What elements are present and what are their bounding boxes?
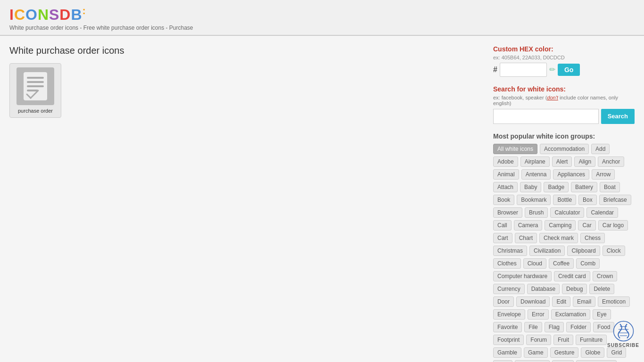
tag-item[interactable]: Door xyxy=(493,296,514,307)
tag-item[interactable]: Emoticon xyxy=(598,296,630,307)
tag-item[interactable]: Exclamation xyxy=(551,309,590,320)
search-section: Search for white icons: ex: facebook, sp… xyxy=(493,85,635,124)
tag-item[interactable]: Hand xyxy=(552,360,574,362)
tag-item[interactable]: Error xyxy=(528,309,549,320)
tag-item[interactable]: Box xyxy=(578,195,597,205)
hex-color-section: Custom HEX color: ex: 405B64, 22A033, D0… xyxy=(493,45,635,77)
tag-item[interactable]: Brush xyxy=(525,207,548,218)
tag-item[interactable]: Car xyxy=(578,220,595,230)
tag-item[interactable]: Halloween xyxy=(515,360,550,362)
tag-item[interactable]: Browser xyxy=(493,207,522,218)
main-layout: White purchase order icons xyxy=(0,36,644,362)
tag-item[interactable]: Game xyxy=(524,347,548,358)
tag-item[interactable]: Clipboard xyxy=(567,246,600,256)
tag-item[interactable]: Crown xyxy=(593,271,618,281)
logo[interactable]: ICONSDB: xyxy=(9,5,635,24)
tag-item[interactable]: Furniture xyxy=(576,335,607,345)
tag-item[interactable]: Book xyxy=(493,195,514,205)
purchase-order-svg xyxy=(21,70,50,103)
tag-item[interactable]: Add xyxy=(591,144,610,154)
tag-item[interactable]: Delete xyxy=(589,284,614,294)
tag-item[interactable]: Computer hardware xyxy=(493,271,552,281)
search-input[interactable] xyxy=(493,109,599,124)
tag-item[interactable]: Eye xyxy=(593,309,611,320)
subscribe-label: SUBSCRIBE xyxy=(607,343,639,348)
tag-item[interactable]: Anchor xyxy=(598,156,624,167)
tag-item[interactable]: Cart xyxy=(493,233,512,243)
tag-item[interactable]: Camping xyxy=(545,220,576,230)
tag-item[interactable]: Gesture xyxy=(550,347,579,358)
tag-item[interactable]: Cloud xyxy=(523,258,546,269)
tag-item[interactable]: Download xyxy=(516,296,550,307)
logo-letter-i: I xyxy=(9,6,14,23)
tag-item[interactable]: Flag xyxy=(545,322,564,332)
tag-item[interactable]: Align xyxy=(574,156,595,167)
tag-item[interactable]: Attach xyxy=(493,182,518,192)
tag-item[interactable]: Bookmark xyxy=(517,195,551,205)
tag-item[interactable]: Comb xyxy=(576,258,600,269)
tag-item[interactable]: Coffee xyxy=(549,258,574,269)
subscribe-widget[interactable]: SUBSCRIBE xyxy=(607,321,639,348)
tag-item[interactable]: Credit card xyxy=(554,271,590,281)
tag-item[interactable]: Clothes xyxy=(493,258,521,269)
tag-item[interactable]: Boat xyxy=(600,182,620,192)
tag-item[interactable]: Bottle xyxy=(553,195,576,205)
tag-item[interactable]: Envelope xyxy=(493,309,525,320)
hex-color-input[interactable] xyxy=(500,63,547,77)
hex-example-hint: ex: 405B64, 22A033, D0CDCD xyxy=(493,55,635,60)
sidebar: Custom HEX color: ex: 405B64, 22A033, D0… xyxy=(493,45,635,362)
tag-item[interactable]: Badge xyxy=(544,182,569,192)
tag-item[interactable]: Chess xyxy=(580,233,605,243)
tag-item[interactable]: Gun xyxy=(493,360,512,362)
tag-item[interactable]: Antenna xyxy=(521,169,551,180)
tag-item[interactable]: Appliances xyxy=(553,169,589,180)
page-title: White purchase order icons xyxy=(9,45,484,56)
pen-icon[interactable]: ✏ xyxy=(549,65,555,74)
svg-rect-1 xyxy=(27,77,44,79)
tag-item[interactable]: Debug xyxy=(562,284,587,294)
tag-item[interactable]: File xyxy=(524,322,542,332)
tag-item[interactable]: Christmas xyxy=(493,246,527,256)
icon-preview xyxy=(17,67,54,105)
icon-card[interactable]: purchase order xyxy=(9,63,61,118)
tag-item[interactable]: Clock xyxy=(603,246,625,256)
tag-item[interactable]: Globe xyxy=(581,347,604,358)
tag-item[interactable]: Animal xyxy=(493,169,519,180)
tag-item[interactable]: Folder xyxy=(566,322,591,332)
search-button[interactable]: Search xyxy=(601,109,635,124)
tag-item[interactable]: Grid xyxy=(607,347,626,358)
content-area: White purchase order icons xyxy=(9,45,484,362)
tag-item[interactable]: Calendar xyxy=(586,207,618,218)
tag-item[interactable]: Chart xyxy=(515,233,537,243)
go-button[interactable]: Go xyxy=(558,64,580,76)
tag-item[interactable]: Briefcase xyxy=(599,195,631,205)
tag-item[interactable]: Adobe xyxy=(493,156,518,167)
tag-item[interactable]: Favorite xyxy=(493,322,522,332)
tag-item[interactable]: Gamble xyxy=(493,347,521,358)
tag-item[interactable]: Currency xyxy=(493,284,525,294)
tag-item[interactable]: Forum xyxy=(526,335,551,345)
hex-input-row: # ✏ Go xyxy=(493,63,635,77)
tag-item[interactable]: Edit xyxy=(552,296,570,307)
tag-item[interactable]: All white icons xyxy=(493,144,537,154)
tag-item[interactable]: Call xyxy=(493,220,512,230)
tag-item[interactable]: Email xyxy=(573,296,595,307)
tag-item[interactable]: Civilization xyxy=(529,246,565,256)
tag-item[interactable]: Battery xyxy=(571,182,597,192)
tag-item[interactable]: Car logo xyxy=(598,220,628,230)
svg-rect-3 xyxy=(27,85,44,87)
tag-item[interactable]: Footprint xyxy=(493,335,524,345)
dont-text: don't xyxy=(547,95,558,100)
tag-item[interactable]: Camera xyxy=(514,220,543,230)
tag-item[interactable]: Headphones xyxy=(576,360,617,362)
tag-item[interactable]: Baby xyxy=(520,182,541,192)
tag-item[interactable]: Check mark xyxy=(539,233,578,243)
tag-item[interactable]: Calculator xyxy=(550,207,584,218)
tag-item[interactable]: Database xyxy=(527,284,560,294)
tag-item[interactable]: Alert xyxy=(552,156,572,167)
svg-rect-2 xyxy=(27,81,44,83)
tag-item[interactable]: Fruit xyxy=(553,335,573,345)
tag-item[interactable]: Airplane xyxy=(520,156,550,167)
tag-item[interactable]: Arrow xyxy=(592,169,615,180)
tag-item[interactable]: Accommodation xyxy=(540,144,589,154)
